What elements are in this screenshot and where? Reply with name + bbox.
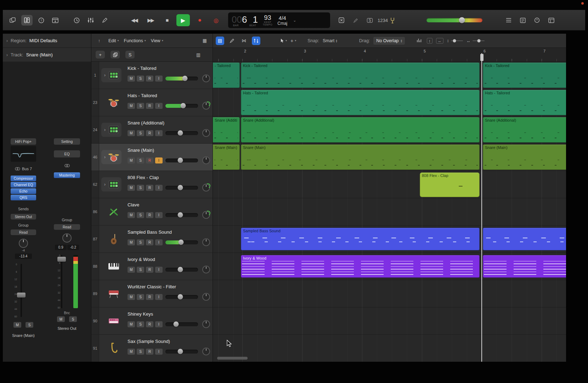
track-volume-slider[interactable] — [165, 186, 198, 190]
media-browser-icon[interactable] — [545, 15, 557, 26]
midi-region[interactable]: Kick - Tailored — [241, 62, 480, 88]
snap-dropdown[interactable]: Smart▴▾ — [323, 38, 337, 43]
disclosure-arrow-icon[interactable]: › — [103, 155, 107, 160]
mute-button[interactable]: M — [128, 130, 135, 136]
track-pan-knob[interactable] — [202, 348, 210, 355]
mute-button[interactable]: M — [128, 76, 135, 82]
track-icon-group[interactable]: › — [101, 177, 121, 192]
solo-button[interactable]: S — [26, 322, 33, 328]
inspector-icon[interactable] — [21, 15, 33, 26]
track-pan-knob[interactable] — [202, 266, 210, 273]
pencil-tool-icon[interactable] — [228, 37, 236, 45]
track-pan-knob[interactable] — [202, 74, 210, 82]
playhead[interactable] — [481, 53, 482, 362]
input-monitor-button[interactable]: I — [155, 212, 163, 218]
midi-region[interactable]: 808 Flex - Clap — [420, 172, 480, 197]
midi-region[interactable]: Snare (Additional) — [241, 117, 480, 143]
volume-knob[interactable] — [179, 240, 184, 245]
lcd-display[interactable]: 006 1 BAR BEAT 93 KEEP TEMPO 4/4 Cmaj ⌄ — [228, 12, 330, 28]
menu-view[interactable]: View▾ — [151, 38, 163, 43]
input-monitor-button[interactable]: I — [155, 294, 163, 300]
signature-display[interactable]: 4/4 Cmaj — [277, 15, 287, 26]
replace-toggle-icon[interactable] — [336, 15, 347, 26]
track-header-row[interactable]: 24›Snare (Additional)MSRI — [91, 116, 213, 144]
flex-mode-icon[interactable] — [252, 37, 260, 45]
track-header-row[interactable]: 89Wurlitzer Classic - FilterMSRI — [91, 280, 213, 307]
zoom-knob[interactable] — [477, 39, 481, 42]
plugin-slot[interactable]: Compressor — [11, 176, 36, 181]
volume-knob[interactable] — [178, 185, 183, 190]
record-enable-button[interactable]: R — [146, 239, 153, 245]
mute-button[interactable]: M — [57, 316, 65, 322]
track-header-row[interactable]: 23Hats - TailoredMSRI — [91, 89, 213, 116]
capture-record-button[interactable]: ◎ — [209, 14, 222, 26]
track-icon-group[interactable]: › — [101, 68, 121, 82]
input-monitor-button[interactable]: I — [155, 267, 163, 273]
solo-button[interactable]: S — [137, 267, 144, 273]
mute-button[interactable]: M — [128, 185, 135, 191]
record-enable-button[interactable]: R — [146, 103, 153, 109]
list-editors-icon[interactable] — [503, 15, 514, 26]
playhead-handle[interactable] — [480, 54, 484, 61]
mute-button[interactable]: M — [13, 322, 21, 328]
zoom-knob[interactable] — [453, 39, 456, 42]
arrange-lane[interactable] — [213, 307, 566, 335]
record-enable-button[interactable]: R — [146, 212, 153, 218]
group-slot[interactable]: Group — [62, 218, 72, 222]
volume-knob[interactable] — [174, 322, 179, 327]
arrange-lane[interactable] — [213, 198, 566, 226]
input-slot[interactable]: Bus 7 — [15, 166, 32, 171]
track-volume-slider[interactable] — [165, 77, 198, 81]
record-enable-button[interactable]: R — [146, 267, 153, 273]
track-pan-knob[interactable] — [202, 320, 210, 328]
arrange-lane[interactable] — [213, 280, 566, 307]
track-pan-knob[interactable] — [202, 293, 210, 301]
track-volume-slider[interactable] — [165, 213, 198, 217]
track-pan-knob[interactable] — [202, 184, 210, 192]
mute-button[interactable]: M — [128, 157, 135, 163]
track-volume-slider[interactable] — [165, 240, 198, 244]
autopunch-pencil-icon[interactable] — [350, 15, 361, 26]
eq-thumbnail[interactable] — [11, 146, 36, 162]
note-pads-icon[interactable] — [517, 15, 528, 26]
track-header-row[interactable]: 88Ivory & WoodMSRI — [91, 253, 213, 280]
volume-knob[interactable] — [178, 212, 183, 218]
gain-readout[interactable]: 0.9 — [55, 245, 67, 250]
eq-button[interactable]: EQ — [54, 150, 80, 157]
record-enable-button[interactable]: R — [146, 321, 153, 327]
volume-knob[interactable] — [178, 267, 183, 272]
solo-button[interactable]: S — [137, 76, 144, 82]
record-enable-button[interactable]: R — [146, 185, 153, 191]
mute-button[interactable]: M — [128, 294, 135, 300]
track-icon-group[interactable]: › — [101, 150, 121, 164]
solo-button[interactable]: S — [137, 157, 144, 163]
track-volume-slider[interactable] — [165, 268, 198, 272]
duplicate-track-button[interactable] — [111, 51, 120, 59]
mute-button[interactable]: M — [128, 349, 135, 355]
input-monitor-button[interactable]: I — [155, 321, 163, 327]
menu-functions[interactable]: Functions▾ — [124, 38, 146, 43]
volume-readout[interactable]: -13.4 — [15, 254, 32, 259]
track-header-row[interactable]: 46›Snare (Main)MSRI — [91, 144, 213, 171]
midi-region[interactable]: Snare (Additional) — [483, 117, 566, 143]
solo-button[interactable]: S — [137, 349, 144, 355]
panel-up-arrow-icon[interactable]: ↑ — [95, 37, 103, 45]
fader-handle[interactable] — [57, 257, 66, 262]
track-header-row[interactable]: 86ClaveMSRI — [91, 198, 213, 226]
input-monitor-button[interactable]: I — [155, 239, 163, 245]
play-button[interactable]: ▶ — [176, 14, 190, 26]
midi-region[interactable]: Snare (Main) — [241, 144, 480, 170]
quick-help-icon[interactable]: ? — [35, 15, 47, 26]
disclosure-arrow-icon[interactable]: › — [103, 182, 107, 187]
pencil-icon[interactable] — [99, 15, 111, 26]
volume-knob[interactable] — [178, 158, 183, 163]
track-volume-slider[interactable] — [165, 295, 198, 299]
track-header-config-icon[interactable]: ▥ — [194, 50, 203, 59]
channel-fader[interactable]: 06121824324460 — [54, 254, 80, 310]
output-button[interactable]: Stereo Out — [11, 214, 36, 220]
record-enable-button[interactable]: R — [146, 157, 153, 163]
track-pan-knob[interactable] — [202, 102, 210, 110]
disclosure-arrow-icon[interactable]: › — [103, 127, 107, 132]
format-slot[interactable] — [64, 163, 70, 168]
track-volume-slider[interactable] — [165, 322, 198, 326]
